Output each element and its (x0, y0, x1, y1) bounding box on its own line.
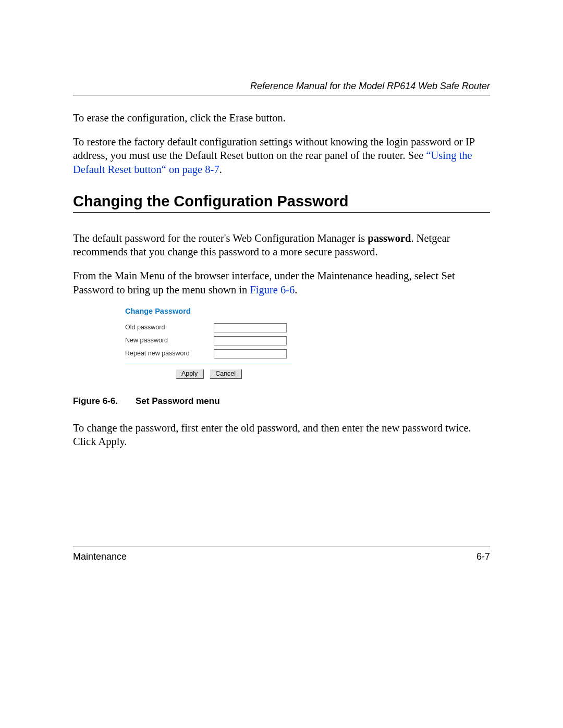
section-para-1a: The default password for the router's We… (73, 232, 368, 244)
footer-page-number: 6-7 (476, 551, 490, 562)
apply-button[interactable]: Apply (176, 369, 203, 378)
section-para-2b: . (295, 284, 297, 295)
section-rule (73, 212, 490, 213)
intro-para-2: To restore the factory default configura… (73, 135, 490, 176)
figure-title: Change Password (125, 307, 292, 315)
figure-change-password: Change Password Old password New passwor… (125, 307, 292, 378)
figure-button-row: Apply Cancel (125, 368, 292, 378)
footer-section-name: Maintenance (73, 551, 127, 562)
intro-para-2a: To restore the factory default configura… (73, 136, 474, 161)
after-figure-para: To change the password, first enter the … (73, 421, 490, 448)
input-old-password[interactable] (214, 323, 287, 332)
intro-para-1: To erase the configuration, click the Er… (73, 111, 490, 125)
figure-caption: Figure 6-6.Set Password menu (73, 396, 490, 406)
footer-rule (73, 547, 490, 547)
input-repeat-password[interactable] (214, 349, 287, 359)
row-new-password: New password (125, 336, 292, 346)
figure-form: Old password New password Repeat new pas… (125, 323, 292, 378)
section-para-1: The default password for the router's We… (73, 231, 490, 258)
row-old-password: Old password (125, 323, 292, 332)
row-repeat-password: Repeat new password (125, 349, 292, 359)
label-new-password: New password (125, 337, 214, 344)
default-password-bold: password (368, 232, 411, 244)
intro-para-2b: . (219, 164, 222, 175)
label-old-password: Old password (125, 324, 214, 331)
input-new-password[interactable] (214, 336, 287, 346)
link-figure-6-6[interactable]: Figure 6-6 (250, 284, 295, 295)
figure-caption-text: Set Password menu (136, 396, 220, 406)
running-head: Reference Manual for the Model RP614 Web… (73, 81, 490, 92)
page: Reference Manual for the Model RP614 Web… (0, 0, 563, 728)
section-para-2: From the Main Menu of the browser interf… (73, 269, 490, 296)
label-repeat-password: Repeat new password (125, 350, 214, 357)
figure-caption-number: Figure 6-6. (73, 396, 136, 406)
header-rule (73, 95, 490, 95)
page-footer: Maintenance 6-7 (73, 547, 490, 562)
cancel-button[interactable]: Cancel (210, 369, 241, 378)
section-heading: Changing the Configuration Password (73, 193, 490, 210)
figure-divider (125, 364, 292, 364)
